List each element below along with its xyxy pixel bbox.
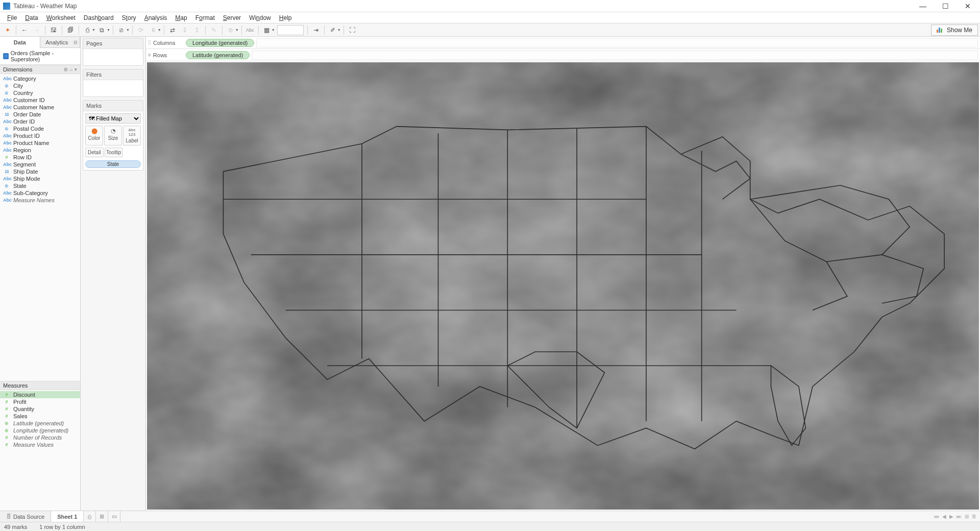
menu-dashboard[interactable]: Dashboard (80, 13, 118, 22)
redo-icon[interactable]: → (31, 25, 42, 36)
close-icon[interactable]: ✕ (963, 2, 973, 10)
fit-select[interactable] (277, 25, 304, 35)
dimension-order-date[interactable]: 📅︎Order Date (0, 111, 80, 118)
tab-sheet-1[interactable]: Sheet 1 (51, 511, 84, 522)
sort-asc-icon[interactable]: ↧ (179, 25, 190, 36)
clear-icon[interactable]: ⎚ (116, 25, 127, 36)
measure-measure-values[interactable]: #Measure Values (0, 441, 80, 448)
group-icon[interactable]: ⊚ (225, 25, 236, 36)
dimensions-list: AbcCategory⊕City⊕CountryAbcCustomer IDAb… (0, 74, 80, 205)
menu-format[interactable]: Format (191, 13, 219, 22)
tableau-logo-icon[interactable]: ✦ (2, 25, 13, 36)
dimension-segment[interactable]: AbcSegment (0, 161, 80, 168)
map-visualization[interactable] (147, 62, 979, 510)
columns-shelf[interactable]: ⦙⦙⦙Columns Longitude (generated) (146, 37, 980, 49)
first-sheet-icon[interactable]: ⏮ (934, 514, 939, 519)
menu-data[interactable]: Data (21, 13, 42, 22)
minimize-icon[interactable]: — (918, 2, 928, 10)
dimension-postal-code[interactable]: ⊕Postal Code (0, 125, 80, 132)
columns-pill[interactable]: Longitude (generated) (186, 39, 254, 47)
save-icon[interactable]: 🖫 (48, 25, 59, 36)
marks-card: Marks 🗺 Filled Map ⬤Color ◔Size Abc123La… (83, 100, 143, 171)
measure-latitude-generated-[interactable]: ⊕Latitude (generated) (0, 420, 80, 427)
new-story-tab-icon[interactable]: ▭ (108, 511, 120, 522)
rows-icon: ≡ (148, 52, 151, 58)
next-sheet-icon[interactable]: ▶ (949, 514, 953, 519)
dimension-row-id[interactable]: #Row ID (0, 154, 80, 161)
dimension-state[interactable]: ⊕State (0, 182, 80, 189)
presentation-icon[interactable]: ⛶ (347, 25, 358, 36)
last-sheet-icon[interactable]: ⏭ (957, 514, 962, 519)
dimension-region[interactable]: AbcRegion (0, 147, 80, 154)
prev-sheet-icon[interactable]: ◀ (942, 514, 946, 519)
menu-caret-icon[interactable]: ▾ (75, 67, 77, 72)
status-layout: 1 row by 1 column (39, 524, 85, 530)
duplicate-icon[interactable]: ⧉ (96, 25, 108, 36)
menu-help[interactable]: Help (275, 13, 296, 22)
show-sheets-icon[interactable]: ≣ (972, 514, 976, 519)
undo-icon[interactable]: ← (19, 25, 30, 36)
measure-longitude-generated-[interactable]: ⊕Longitude (generated) (0, 427, 80, 434)
marks-color-button[interactable]: ⬤Color (85, 126, 103, 146)
tab-data-source[interactable]: 🗄Data Source (0, 511, 51, 522)
dimension-country[interactable]: ⊕Country (0, 89, 80, 96)
measure-number-of-records[interactable]: #Number of Records (0, 434, 80, 441)
marks-tooltip-button[interactable]: Tooltip (105, 148, 123, 157)
new-datasource-icon[interactable]: 🗐 (65, 25, 76, 36)
pause-icon[interactable]: ⏸ (148, 25, 159, 36)
measure-profit[interactable]: #Profit (0, 398, 80, 405)
measure-discount[interactable]: #Discount (0, 391, 80, 398)
new-worksheet-icon[interactable]: ⎙ (82, 25, 93, 36)
new-worksheet-tab-icon[interactable]: ⎙ (84, 511, 96, 522)
toolbar: ✦ ← → 🖫 🗐 ⎙▼ ⧉▼ ⎚▼ ⟳ ⏸▼ ⇄ ↧ ↥ ✎ ⊚▼ Abc ▦… (0, 23, 980, 37)
dimension-measure-names[interactable]: AbcMeasure Names (0, 197, 80, 204)
measure-quantity[interactable]: #Quantity (0, 405, 80, 413)
marks-detail-pill[interactable]: State (85, 160, 141, 168)
rows-shelf[interactable]: ≡Rows Latitude (generated) (146, 49, 980, 61)
dimension-ship-date[interactable]: 📅︎Ship Date (0, 168, 80, 175)
menu-server[interactable]: Server (219, 13, 245, 22)
marks-label-button[interactable]: Abc123Label (123, 126, 141, 146)
new-dashboard-tab-icon[interactable]: ⊞ (96, 511, 108, 522)
dimension-customer-id[interactable]: AbcCustomer ID (0, 96, 80, 104)
dimension-order-id[interactable]: AbcOrder ID (0, 118, 80, 125)
menu-window[interactable]: Window (245, 13, 275, 22)
marks-detail-button[interactable]: Detail (85, 148, 104, 157)
mark-type-select[interactable]: 🗺 Filled Map (85, 113, 141, 124)
menu-analysis[interactable]: Analysis (140, 13, 172, 22)
filters-card[interactable]: Filters (83, 69, 143, 97)
fix-axes-icon[interactable]: ⇥ (310, 25, 322, 36)
sort-desc-icon[interactable]: ↥ (191, 25, 203, 36)
dimension-sub-category[interactable]: AbcSub-Category (0, 189, 80, 197)
tab-analytics[interactable]: Analytics⊟ (40, 37, 81, 48)
tab-data[interactable]: Data (0, 37, 40, 48)
marks-size-button[interactable]: ◔Size (104, 126, 122, 146)
pages-card[interactable]: Pages (83, 38, 143, 66)
menu-story[interactable]: Story (118, 13, 140, 22)
dimension-city[interactable]: ⊕City (0, 82, 80, 89)
highlight-icon[interactable]: ✎ (208, 25, 219, 36)
dimension-product-name[interactable]: AbcProduct Name (0, 139, 80, 147)
format-icon[interactable]: ✐ (327, 25, 338, 36)
show-me-button[interactable]: Show Me (931, 25, 978, 36)
menu-file[interactable]: File (3, 13, 21, 22)
show-filmstrip-icon[interactable]: ⊞ (965, 514, 969, 519)
pin-icon[interactable]: ⊟ (74, 37, 78, 48)
dimension-product-id[interactable]: AbcProduct ID (0, 132, 80, 139)
datasource-item[interactable]: Orders (Sample - Superstore) (0, 48, 80, 65)
measure-sales[interactable]: #Sales (0, 413, 80, 420)
labels-icon[interactable]: Abc (244, 25, 256, 36)
menu-worksheet[interactable]: Worksheet (42, 13, 80, 22)
view-icon[interactable]: ⊞ (64, 67, 68, 72)
columns-icon: ⦙⦙⦙ (148, 40, 151, 46)
refresh-icon[interactable]: ⟳ (135, 25, 146, 36)
swap-icon[interactable]: ⇄ (167, 25, 178, 36)
maximize-icon[interactable]: ☐ (940, 2, 950, 10)
dimension-category[interactable]: AbcCategory (0, 75, 80, 82)
search-icon[interactable]: ⌕ (70, 67, 72, 72)
rows-pill[interactable]: Latitude (generated) (186, 51, 250, 59)
dimension-customer-name[interactable]: AbcCustomer Name (0, 104, 80, 111)
menu-map[interactable]: Map (171, 13, 191, 22)
fit-icon[interactable]: ▦ (261, 25, 273, 36)
dimension-ship-mode[interactable]: AbcShip Mode (0, 175, 80, 182)
